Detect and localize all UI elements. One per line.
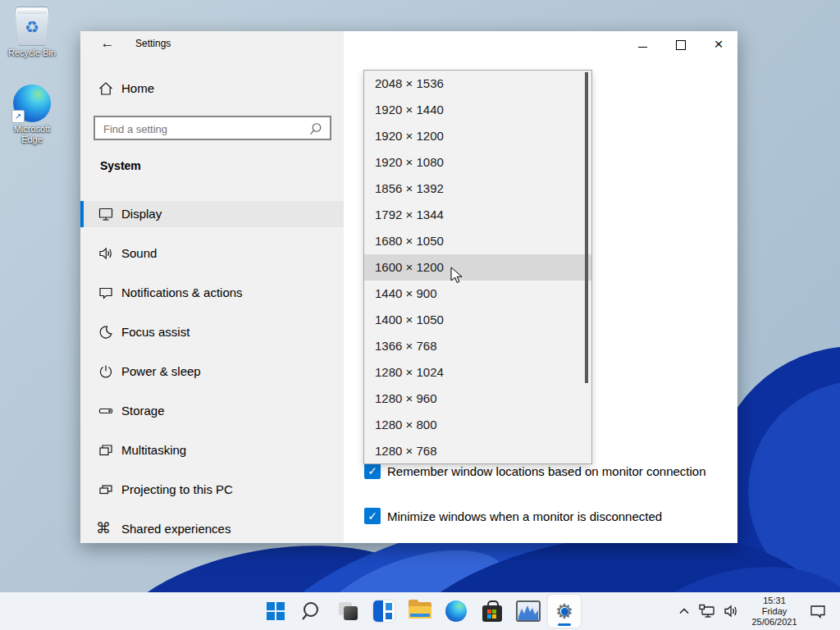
sidebar-item-label: Shared experiences xyxy=(121,522,231,536)
multitasking-icon xyxy=(98,442,114,462)
sidebar-item-label: Multitasking xyxy=(121,443,186,457)
edge-logo-icon xyxy=(445,600,467,622)
sidebar-item-multitasking[interactable]: Multitasking xyxy=(80,437,344,463)
sidebar-item-label: Sound xyxy=(121,246,157,260)
sidebar-item-label: Notifications & actions xyxy=(121,285,243,299)
settings-button-active[interactable]: ⚙ xyxy=(548,595,581,628)
search-button[interactable] xyxy=(295,595,328,628)
widgets-button[interactable] xyxy=(368,595,400,628)
resolution-option[interactable]: 1920 × 1080 xyxy=(364,149,591,176)
desktop-icon-label: Recycle Bin xyxy=(3,48,61,58)
windows-logo-icon xyxy=(267,602,285,620)
taskbar-clock[interactable]: 15:31 Friday 25/06/2021 xyxy=(747,596,801,628)
dropdown-scrollbar[interactable] xyxy=(585,72,588,383)
clock-day: Friday xyxy=(747,606,801,617)
projecting-icon xyxy=(98,482,114,501)
search-input[interactable] xyxy=(102,119,302,139)
store-button[interactable] xyxy=(476,595,509,628)
resolution-option[interactable]: 2048 × 1536 xyxy=(364,71,591,97)
system-tray: 15:31 Friday 25/06/2021 xyxy=(678,592,827,630)
taskbar: ⚙ 15:31 Friday 25/06/2021 xyxy=(0,592,840,630)
resolution-option[interactable]: 1280 × 768 xyxy=(364,438,591,464)
resolution-option[interactable]: 1920 × 1440 xyxy=(364,97,591,123)
resolution-option[interactable]: 1280 × 800 xyxy=(364,412,591,438)
mouse-cursor xyxy=(450,267,463,285)
sound-icon xyxy=(98,245,114,265)
desktop-icon-recycle-bin[interactable]: ♻ Recycle Bin xyxy=(3,7,61,58)
settings-sidebar: ← Settings Home System Displ xyxy=(80,31,344,543)
resolution-option[interactable]: 1920 × 1200 xyxy=(364,123,591,149)
sidebar-item-notifications[interactable]: Notifications & actions xyxy=(80,280,344,306)
sidebar-item-label: Focus assist xyxy=(121,325,189,339)
checkbox-checked-icon[interactable]: ✓ xyxy=(364,508,381,524)
selection-accent-bar xyxy=(80,201,84,227)
sidebar-item-storage[interactable]: Storage xyxy=(80,398,344,424)
maximize-button[interactable] xyxy=(667,34,695,54)
recycle-bin-icon: ♻ xyxy=(15,7,49,46)
power-icon xyxy=(98,363,114,383)
sidebar-item-label: Display xyxy=(121,207,162,221)
storage-icon xyxy=(98,403,114,422)
sidebar-item-label: Projecting to this PC xyxy=(121,482,233,496)
resolution-option[interactable]: 1366 × 768 xyxy=(364,333,591,359)
sidebar-section-header: System xyxy=(100,159,141,172)
sidebar-item-power-sleep[interactable]: Power & sleep xyxy=(80,358,344,385)
home-icon xyxy=(98,80,114,100)
clock-date: 25/06/2021 xyxy=(747,617,801,628)
tray-volume-icon[interactable] xyxy=(724,604,740,619)
shortcut-arrow-icon: ↗ xyxy=(11,110,25,123)
file-explorer-icon xyxy=(409,602,431,620)
search-icon xyxy=(301,600,322,622)
window-title: Settings xyxy=(135,38,171,49)
sidebar-item-label: Home xyxy=(121,81,154,95)
desktop-icon-microsoft-edge[interactable]: ↗ Microsoft Edge xyxy=(3,84,61,145)
search-icon xyxy=(309,122,322,135)
back-button[interactable]: ← xyxy=(95,34,120,53)
notifications-icon xyxy=(98,285,114,304)
checkbox-label: Minimize windows when a monitor is disco… xyxy=(387,509,662,523)
resolution-option[interactable]: 1856 × 1392 xyxy=(364,176,591,202)
resolution-option-selected[interactable]: 1600 × 1200 xyxy=(364,254,591,281)
focus-assist-icon xyxy=(98,324,114,344)
store-bag-icon xyxy=(482,605,502,622)
start-button[interactable] xyxy=(259,595,292,628)
sidebar-item-focus-assist[interactable]: Focus assist xyxy=(80,319,344,345)
edge-button[interactable] xyxy=(440,595,472,628)
checkbox-checked-icon[interactable]: ✓ xyxy=(364,463,381,479)
system-monitor-button[interactable] xyxy=(512,595,545,628)
resolution-option[interactable]: 1440 × 900 xyxy=(364,281,591,307)
active-app-indicator xyxy=(558,623,571,626)
clock-time: 15:31 xyxy=(747,596,801,606)
notification-center-icon[interactable] xyxy=(809,603,827,619)
widgets-icon xyxy=(373,600,395,622)
desktop-icon-label: Microsoft Edge xyxy=(3,124,61,145)
task-view-button[interactable] xyxy=(331,595,364,628)
shared-experiences-icon: ⌘ xyxy=(96,519,111,537)
sidebar-item-sound[interactable]: Sound xyxy=(80,240,344,267)
resolution-option[interactable]: 1680 × 1050 xyxy=(364,228,591,254)
tray-chevron-up-icon[interactable] xyxy=(678,605,691,618)
system-monitor-icon xyxy=(516,600,541,622)
tray-network-icon[interactable] xyxy=(698,603,716,619)
taskbar-center-icons: ⚙ xyxy=(259,595,581,628)
sidebar-item-home[interactable]: Home xyxy=(80,76,344,103)
search-box[interactable] xyxy=(94,116,331,140)
sidebar-item-display[interactable]: Display xyxy=(80,201,344,227)
resolution-option[interactable]: 1280 × 960 xyxy=(364,386,591,412)
resolution-option[interactable]: 1400 × 1050 xyxy=(364,307,591,333)
recycle-symbol-icon: ♻ xyxy=(16,17,48,37)
sidebar-item-label: Storage xyxy=(121,404,165,418)
checkbox-label: Remember window locations based on monit… xyxy=(387,464,706,478)
sidebar-item-projecting[interactable]: Projecting to this PC xyxy=(80,477,344,503)
sidebar-item-shared-experiences[interactable]: ⌘ Shared experiences xyxy=(80,516,344,542)
resolution-option[interactable]: 1792 × 1344 xyxy=(364,202,591,228)
display-icon xyxy=(98,206,114,226)
sidebar-item-label: Power & sleep xyxy=(121,364,201,378)
minimize-button[interactable] xyxy=(628,34,656,54)
edge-logo-icon: ↗ xyxy=(13,84,51,122)
resolution-dropdown-list: 2048 × 1536 1920 × 1440 1920 × 1200 1920… xyxy=(363,70,592,464)
file-explorer-button[interactable] xyxy=(404,595,436,628)
resolution-option[interactable]: 1280 × 1024 xyxy=(364,359,591,386)
close-button[interactable]: × xyxy=(705,34,733,54)
